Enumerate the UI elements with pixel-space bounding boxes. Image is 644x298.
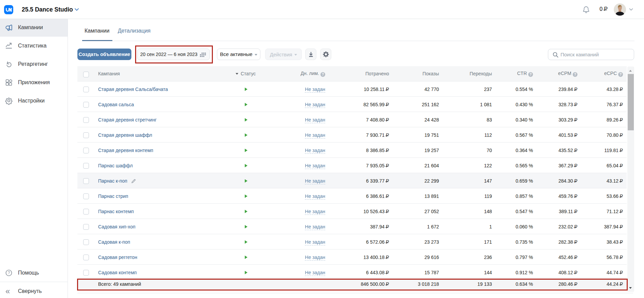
svg-text:?: ?: [8, 271, 10, 275]
